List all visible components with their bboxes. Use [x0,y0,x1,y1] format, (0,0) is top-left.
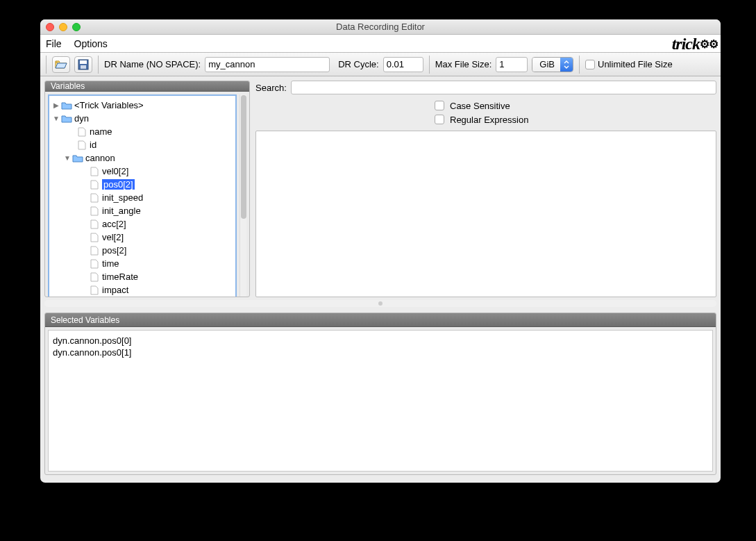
brand-logo: trick⚙⚙ [672,35,718,53]
svg-rect-1 [80,60,87,64]
separator [579,56,580,74]
tree-label: pos[2] [102,245,126,256]
zoom-button[interactable] [72,23,81,31]
unit-select[interactable]: GiB [532,57,573,72]
tree-row[interactable]: init_speed [49,191,235,204]
unlimited-label: Unlimited File Size [598,59,673,69]
selected-variables-panel: Selected Variables dyn.cannon.pos0[0] dy… [44,313,716,475]
file-icon [89,259,100,269]
variables-tree[interactable]: ▶ <Trick Variables> ▼ dyn name id ▼ c [48,94,237,297]
tree-label: <Trick Variables> [74,100,144,110]
search-input[interactable] [291,81,716,94]
tree-row[interactable]: vel[2] [49,231,235,244]
separator [98,56,99,74]
tree-label: init_speed [102,192,143,203]
max-file-size-input[interactable] [496,57,528,72]
tree-label: init_angle [102,206,141,216]
file-icon [76,127,87,137]
selected-variables-header: Selected Variables [45,313,716,327]
file-icon [89,206,100,216]
file-icon [89,180,100,190]
file-icon [89,193,100,203]
tree-row[interactable]: acc[2] [49,217,235,231]
save-button[interactable] [74,56,92,73]
file-icon [89,167,100,176]
tree-label: name [90,126,112,137]
disclosure-closed-icon[interactable]: ▶ [52,101,60,109]
tree-label: timeRate [102,272,138,282]
regex-label: Regular Expression [450,115,528,125]
list-item[interactable]: dyn.cannon.pos0[0] [53,335,708,347]
brand-text: trick [672,35,700,53]
variables-header: Variables [45,81,249,92]
file-icon [89,272,100,282]
minimize-button[interactable] [59,23,67,31]
tree-row[interactable]: ▶ <Trick Variables> [49,99,235,112]
file-icon [89,233,100,242]
tree-label: cannon [85,153,115,163]
file-icon [89,219,100,229]
tree-label: acc[2] [102,219,126,229]
tree-label: vel[2] [102,232,124,242]
menu-options[interactable]: Options [74,38,108,49]
floppy-disk-icon [78,59,89,70]
search-panel: Search: Case Sensitive Regular Expressio… [255,81,716,297]
list-item[interactable]: dyn.cannon.pos0[1] [53,347,708,358]
max-file-size-label: Max File Size: [435,59,492,69]
folder-icon [72,153,83,163]
disclosure-open-icon[interactable]: ▼ [52,115,60,122]
file-icon [76,140,87,150]
scrollbar-vertical[interactable] [240,94,246,297]
tree-row[interactable]: ▼ cannon [49,151,235,165]
chevron-updown-icon [560,58,573,72]
case-sensitive-label: Case Sensitive [450,101,510,111]
unlimited-checkbox[interactable] [585,60,595,69]
svg-rect-2 [81,65,86,69]
scrollbar-horizontal[interactable] [44,300,716,307]
menubar: File Options trick⚙⚙ [40,35,721,53]
disclosure-open-icon[interactable]: ▼ [63,154,72,162]
separator [46,56,47,74]
tree-label-selected: pos0[2] [102,179,135,190]
menu-file[interactable]: File [46,38,62,49]
tree-row[interactable]: name [49,125,235,138]
dr-name-label: DR Name (NO SPACE): [104,59,201,69]
tree-label: vel0[2] [102,166,128,176]
folder-icon [61,114,72,124]
folder-icon [61,101,72,110]
separator [429,56,430,74]
toolbar: DR Name (NO SPACE): DR Cycle: Max File S… [40,53,721,76]
selected-variables-list[interactable]: dyn.cannon.pos0[0] dyn.cannon.pos0[1] [48,330,713,472]
tree-row[interactable]: time [49,257,235,270]
tree-label: id [90,140,96,150]
window-title: Data Recording Editor [40,22,721,32]
file-icon [89,285,100,295]
tree-row[interactable]: vel0[2] [49,165,235,178]
tree-row[interactable]: init_angle [49,204,235,217]
gear-icon: ⚙⚙ [700,38,718,50]
dr-name-input[interactable] [205,57,330,72]
unit-select-label: GiB [532,58,560,72]
tree-row[interactable]: timeRate [49,270,235,283]
search-results[interactable] [255,131,716,297]
tree-row[interactable]: id [49,138,235,151]
close-button[interactable] [46,23,54,31]
tree-row[interactable]: pos[2] [49,244,235,257]
tree-row[interactable]: pos0[2] [49,178,235,191]
file-icon [89,246,100,256]
dr-cycle-label: DR Cycle: [338,59,379,69]
tree-row[interactable]: ▼ dyn [49,112,235,125]
tree-label: time [102,258,119,269]
variables-panel: Variables ▶ <Trick Variables> ▼ dyn name… [44,81,250,297]
open-button[interactable] [52,56,70,73]
tree-label: impact [102,285,128,295]
dr-cycle-input[interactable] [383,57,423,72]
regex-checkbox[interactable] [435,115,444,124]
tree-label: dyn [74,113,89,124]
titlebar: Data Recording Editor [40,19,721,35]
search-label: Search: [255,83,287,93]
folder-open-icon [55,60,67,69]
case-sensitive-checkbox[interactable] [435,101,444,110]
tree-row[interactable]: impact [49,283,235,297]
